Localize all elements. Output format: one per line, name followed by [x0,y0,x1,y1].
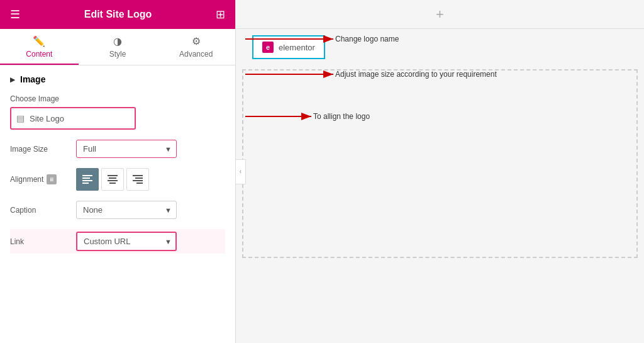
link-select-wrapper: Custom URL Media File None ▼ [76,232,177,251]
panel-content: ▶ Image Choose Image ▤ Site Logo Image S… [0,65,235,343]
align-center-button[interactable] [101,168,124,191]
caption-select[interactable]: None Attachment Caption Custom Caption [76,201,177,219]
alignment-label: Alignment [10,175,43,184]
canvas-top-bar: + [236,0,644,29]
svg-rect-1 [82,177,90,179]
image-size-select[interactable]: Full Large Medium Thumbnail [76,140,177,158]
svg-rect-8 [133,175,143,176]
image-field-icon: ▤ [16,113,25,123]
elementor-brand-icon: e [262,42,274,53]
advanced-tab-label: Advanced [179,50,213,59]
svg-rect-10 [133,180,143,181]
add-section-icon[interactable]: + [436,6,444,23]
svg-rect-4 [108,175,118,176]
align-right-button[interactable] [126,168,149,191]
style-tab-label: Style [109,50,126,59]
choose-image-label: Choose Image [10,94,70,103]
alignment-buttons [76,168,149,191]
hamburger-icon[interactable]: ☰ [10,8,20,21]
image-input-value: Site Logo [30,114,64,123]
svg-rect-3 [82,183,89,184]
choose-image-row: Choose Image [10,94,225,103]
section-title: Image [20,74,45,84]
link-row: Link Custom URL Media File None ▼ [10,229,225,254]
svg-rect-9 [135,177,143,179]
panel-title: Edit Site Logo [84,9,152,20]
canvas-dashed-area [242,69,638,258]
grid-icon[interactable]: ⊞ [216,8,225,21]
tab-advanced[interactable]: ⚙ Advanced [157,29,235,65]
advanced-tab-icon: ⚙ [192,35,201,47]
tab-style[interactable]: ◑ Style [79,29,157,65]
image-input-row: ▤ Site Logo [10,107,225,130]
image-size-select-wrapper: Full Large Medium Thumbnail ▼ [76,140,177,158]
svg-rect-5 [109,177,116,179]
image-input[interactable]: ▤ Site Logo [10,107,136,130]
caption-label: Caption [10,206,70,215]
svg-rect-6 [108,180,118,181]
panel-header: ☰ Edit Site Logo ⊞ [0,0,235,29]
elementor-logo-box: e elementor [252,35,325,59]
left-panel: ☰ Edit Site Logo ⊞ ✏️ Content ◑ Style ⚙ … [0,0,236,343]
caption-select-wrapper: None Attachment Caption Custom Caption ▼ [76,201,177,219]
alignment-row: Alignment 🖥 [10,168,225,191]
link-label: Link [10,237,70,246]
section-arrow-icon: ▶ [10,76,15,83]
tab-content[interactable]: ✏️ Content [0,29,79,65]
svg-rect-0 [82,175,92,176]
style-tab-icon: ◑ [113,35,122,47]
responsive-icon: 🖥 [47,174,57,184]
caption-row: Caption None Attachment Caption Custom C… [10,201,225,219]
image-section-header: ▶ Image [10,74,225,84]
svg-rect-7 [109,183,116,184]
svg-rect-2 [82,180,92,181]
tabs-bar: ✏️ Content ◑ Style ⚙ Advanced [0,29,235,65]
content-tab-icon: ✏️ [33,35,45,47]
content-tab-label: Content [26,50,52,59]
image-size-row: Image Size Full Large Medium Thumbnail ▼ [10,140,225,158]
canvas-logo-area: e elementor [236,29,644,63]
elementor-logo-text: elementor [279,43,315,52]
panel-collapse-handle[interactable]: ‹ [236,159,246,184]
svg-rect-11 [136,183,143,184]
right-panel: + e elementor Change logo name Adjust im… [236,0,644,343]
align-left-button[interactable] [76,168,99,191]
image-size-label: Image Size [10,145,70,154]
link-select[interactable]: Custom URL Media File None [76,232,177,251]
alignment-label-wrapper: Alignment 🖥 [10,174,70,184]
